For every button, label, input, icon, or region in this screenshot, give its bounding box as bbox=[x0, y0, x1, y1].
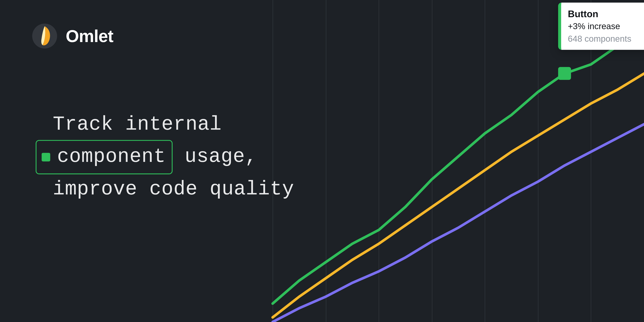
chart-gridline bbox=[538, 0, 538, 322]
chart-highlight-marker bbox=[558, 67, 571, 80]
chart-gridline bbox=[326, 0, 326, 322]
chip-word: component bbox=[57, 142, 166, 172]
chip-square-icon bbox=[42, 153, 50, 161]
chart-tooltip: Button +3% increase 648 components bbox=[558, 3, 644, 50]
headline-line1: Track internal bbox=[53, 110, 222, 140]
component-chip: component bbox=[36, 140, 172, 174]
chart-series-line bbox=[273, 124, 644, 322]
headline-line2-suffix: usage, bbox=[173, 142, 257, 172]
headline: Track internal component usage, improve … bbox=[53, 110, 294, 205]
chart-series-line bbox=[273, 74, 644, 317]
chart-gridline bbox=[432, 0, 432, 322]
tooltip-count: 648 components bbox=[568, 34, 640, 44]
headline-line3: improve code quality bbox=[53, 174, 294, 205]
omlet-logo-icon bbox=[32, 24, 57, 48]
chart-gridline bbox=[379, 0, 379, 322]
tooltip-change: +3% increase bbox=[568, 22, 640, 32]
brand-logo: Omlet bbox=[32, 24, 113, 48]
chart-gridline bbox=[485, 0, 485, 322]
chart-series-line bbox=[273, 24, 644, 304]
tooltip-title: Button bbox=[568, 9, 640, 20]
brand-name: Omlet bbox=[66, 26, 113, 46]
